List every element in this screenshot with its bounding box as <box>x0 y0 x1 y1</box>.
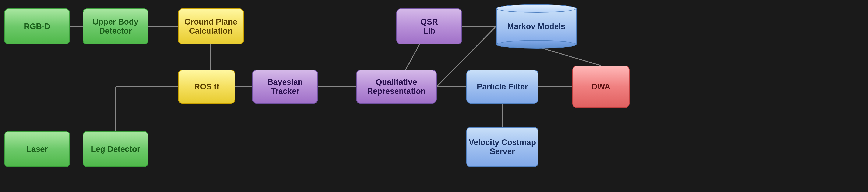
svg-line-12 <box>536 46 601 66</box>
laser-label: Laser <box>26 145 48 154</box>
particle-filter-label: Particle Filter <box>477 82 528 91</box>
dwa-label: DWA <box>592 82 611 91</box>
qsr-lib-label: QSRLib <box>421 17 438 36</box>
ground-plane-calculation-node: Ground PlaneCalculation <box>178 8 244 44</box>
laser-node: Laser <box>4 131 70 167</box>
qualitative-representation-label: QualitativeRepresentation <box>367 78 426 96</box>
ground-plane-label: Ground PlaneCalculation <box>184 17 237 36</box>
upper-body-detector-label: Upper BodyDetector <box>93 17 138 36</box>
velocity-costmap-server-label: Velocity CostmapServer <box>469 138 536 156</box>
markov-models-node: Markov Models <box>496 4 577 49</box>
rgb-d-label: RGB-D <box>24 22 51 31</box>
qsr-lib-node: QSRLib <box>396 8 462 44</box>
leg-detector-node: Leg Detector <box>83 131 148 167</box>
markov-models-label: Markov Models <box>507 22 565 31</box>
particle-filter-node: Particle Filter <box>466 70 538 104</box>
leg-detector-label: Leg Detector <box>91 145 140 154</box>
qualitative-representation-node: QualitativeRepresentation <box>356 70 437 104</box>
velocity-costmap-server-node: Velocity CostmapServer <box>466 127 538 167</box>
bayesian-tracker-label: BayesianTracker <box>268 78 303 96</box>
architecture-diagram: RGB-D Upper BodyDetector Ground PlaneCal… <box>0 0 868 192</box>
bayesian-tracker-node: BayesianTracker <box>252 70 318 104</box>
dwa-node: DWA <box>572 66 629 108</box>
ros-tf-label: ROS tf <box>194 82 219 91</box>
rgb-d-node: RGB-D <box>4 8 70 44</box>
ros-tf-node: ROS tf <box>178 70 235 104</box>
upper-body-detector-node: Upper BodyDetector <box>83 8 148 44</box>
